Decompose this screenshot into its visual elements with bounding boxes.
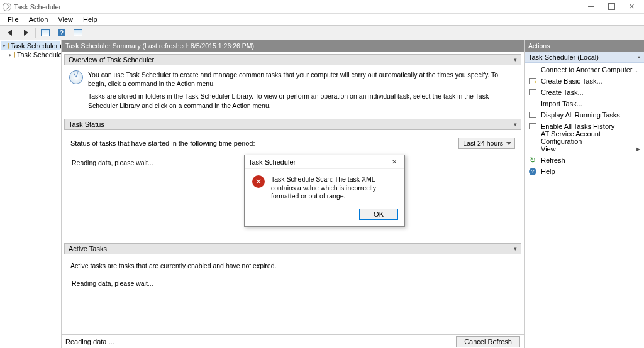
- tree-pane: ▾ Task Scheduler (Local) ▸ Task Schedule…: [0, 40, 62, 348]
- overview-section: You can use Task Scheduler to create and…: [64, 65, 521, 119]
- error-icon: [252, 175, 265, 188]
- tree-collapse-icon[interactable]: ▾: [3, 43, 6, 49]
- action-label: Connect to Another Computer...: [541, 66, 638, 73]
- help-icon: [58, 29, 65, 36]
- chevron-down-icon: ▾: [514, 57, 517, 63]
- refresh-icon: [528, 156, 537, 165]
- pane-icon: [41, 29, 50, 36]
- caret-up-icon: ▴: [638, 54, 640, 60]
- actions-list: Connect to Another Computer... Create Ba…: [525, 63, 644, 178]
- active-tasks-section: Active tasks are tasks that are currentl…: [64, 254, 521, 295]
- arrow-right-icon: [24, 30, 28, 36]
- menu-view[interactable]: View: [53, 14, 78, 24]
- tree-child[interactable]: ▸ Task Scheduler Library: [1, 50, 60, 59]
- action-connect-computer[interactable]: Connect to Another Computer...: [525, 64, 644, 75]
- actions-title: Actions: [525, 40, 644, 52]
- chevron-down-icon: ▾: [514, 121, 517, 128]
- back-button[interactable]: [2, 26, 17, 39]
- menubar: File Action View Help: [0, 14, 644, 25]
- overview-text: You can use Task Scheduler to create and…: [88, 70, 516, 114]
- action-label: Display All Running Tasks: [541, 111, 620, 119]
- task-status-title: Task Status: [69, 121, 104, 128]
- arrow-left-icon: [8, 30, 12, 36]
- help-icon: [528, 167, 537, 176]
- action-label: Create Task...: [541, 89, 584, 96]
- toolbar-pane1-button[interactable]: [38, 26, 53, 39]
- menu-action[interactable]: Action: [24, 14, 53, 24]
- forward-button[interactable]: [18, 26, 33, 39]
- error-dialog: Task Scheduler Task Schedule Scan: The t…: [244, 155, 405, 227]
- action-label: AT Service Account Configuration: [541, 130, 640, 145]
- pane-icon: [74, 29, 82, 36]
- dialog-footer: OK: [245, 205, 404, 226]
- action-label: Help: [541, 168, 555, 175]
- task-icon: [528, 88, 537, 97]
- toolbar-separator: [35, 28, 36, 38]
- summary-header: Task Scheduler Summary (Last refreshed: …: [62, 40, 524, 52]
- folder-icon: [8, 43, 9, 49]
- status-period-label: Status of tasks that have started in the…: [70, 139, 255, 147]
- action-display-running[interactable]: Display All Running Tasks: [525, 109, 644, 121]
- chevron-down-icon: ▾: [514, 246, 517, 252]
- window-title: Task Scheduler: [14, 3, 61, 11]
- active-tasks-desc: Active tasks are tasks that are currentl…: [69, 259, 516, 272]
- blank-icon: [528, 65, 537, 74]
- close-button[interactable]: [621, 0, 641, 13]
- actions-group-label: Task Scheduler (Local): [528, 53, 599, 61]
- overview-paragraph-1: You can use Task Scheduler to create and…: [88, 70, 516, 88]
- tree-root[interactable]: ▾ Task Scheduler (Local): [1, 41, 60, 50]
- list-icon: [528, 111, 537, 119]
- action-at-service[interactable]: AT Service Account Configuration: [525, 132, 644, 143]
- window-titlebar: Task Scheduler: [0, 0, 644, 14]
- dialog-message: Task Schedule Scan: The task XML contain…: [271, 175, 397, 201]
- folder-icon: [14, 52, 15, 58]
- active-tasks-title: Active Tasks: [69, 245, 107, 253]
- dialog-titlebar: Task Scheduler: [245, 155, 404, 169]
- active-tasks-section-header[interactable]: Active Tasks ▾: [64, 243, 521, 254]
- tree-child-label: Task Scheduler Library: [17, 51, 62, 58]
- maximize-button[interactable]: [601, 0, 621, 13]
- overview-paragraph-2: Tasks are stored in folders in the Task …: [88, 92, 516, 109]
- tree-expand-icon[interactable]: ▸: [9, 52, 12, 58]
- overview-title: Overview of Task Scheduler: [69, 56, 154, 63]
- toolbar-help-button[interactable]: [54, 26, 69, 39]
- action-create-basic-task[interactable]: Create Basic Task...: [525, 75, 644, 87]
- tree-root-label: Task Scheduler (Local): [11, 42, 62, 50]
- dialog-title: Task Scheduler: [248, 158, 296, 166]
- action-import-task[interactable]: Import Task...: [525, 98, 644, 109]
- history-icon: [528, 122, 537, 131]
- actions-group-header[interactable]: Task Scheduler (Local) ▴: [525, 52, 644, 63]
- dialog-close-button[interactable]: [388, 157, 401, 167]
- footer-status: Reading data ...: [65, 338, 114, 345]
- menu-file[interactable]: File: [3, 14, 24, 24]
- action-help[interactable]: Help: [525, 166, 644, 177]
- period-dropdown[interactable]: Last 24 hours: [458, 138, 515, 149]
- blank-icon: [528, 144, 537, 153]
- menu-help[interactable]: Help: [78, 14, 103, 24]
- dialog-body: Task Schedule Scan: The task XML contain…: [245, 169, 404, 205]
- toolbar-pane2-button[interactable]: [70, 26, 86, 39]
- minimize-button[interactable]: [581, 0, 601, 13]
- task-icon: [528, 77, 537, 85]
- action-label: Create Basic Task...: [541, 77, 602, 85]
- overview-section-header[interactable]: Overview of Task Scheduler ▾: [64, 54, 521, 65]
- action-label: Enable All Tasks History: [541, 122, 614, 130]
- app-icon: [3, 3, 11, 11]
- blank-icon: [528, 99, 537, 108]
- submenu-arrow-icon: ▶: [636, 146, 640, 152]
- action-label: Import Task...: [541, 100, 582, 107]
- blank-icon: [528, 133, 537, 142]
- clock-icon: [69, 70, 83, 84]
- cancel-refresh-button[interactable]: Cancel Refresh: [456, 336, 520, 347]
- active-reading-text: Reading data, please wait...: [69, 272, 516, 290]
- action-create-task[interactable]: Create Task...: [525, 87, 644, 98]
- center-footer: Reading data ... Cancel Refresh: [62, 334, 524, 348]
- task-status-section-header[interactable]: Task Status ▾: [64, 119, 521, 130]
- actions-pane: Actions Task Scheduler (Local) ▴ Connect…: [525, 40, 644, 348]
- dialog-ok-button[interactable]: OK: [359, 209, 398, 220]
- action-label: View: [541, 145, 556, 153]
- action-label: Refresh: [541, 156, 565, 164]
- toolbar: [0, 25, 644, 40]
- action-refresh[interactable]: Refresh: [525, 155, 644, 166]
